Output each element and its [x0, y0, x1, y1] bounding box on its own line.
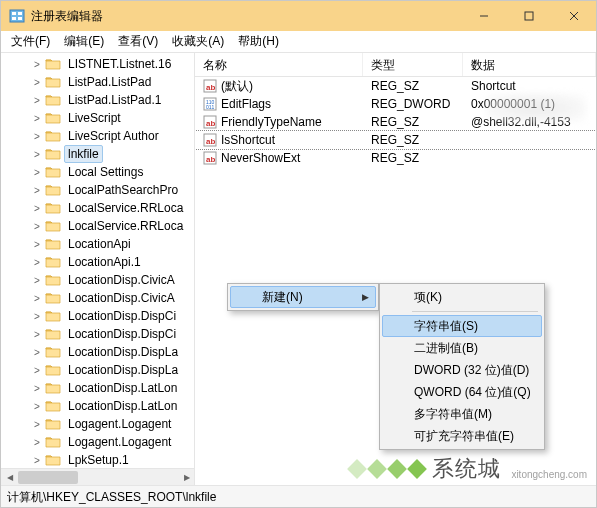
- tree-item[interactable]: >LocalPathSearchPro: [9, 181, 194, 199]
- tree-item[interactable]: >LISTNET.Listnet.16: [9, 55, 194, 73]
- tree-item[interactable]: >LocationDisp.DispLa: [9, 361, 194, 379]
- header-data[interactable]: 数据: [463, 53, 596, 76]
- tree-item[interactable]: >LocationDisp.DispCi: [9, 325, 194, 343]
- registry-editor-window: 注册表编辑器 文件(F) 编辑(E) 查看(V) 收藏夹(A) 帮助(H) >L…: [0, 0, 597, 508]
- expand-toggle[interactable]: >: [31, 365, 43, 376]
- expand-toggle[interactable]: >: [31, 203, 43, 214]
- menu-item[interactable]: QWORD (64 位)值(Q): [382, 381, 542, 403]
- expand-toggle[interactable]: >: [31, 185, 43, 196]
- menu-item[interactable]: 二进制值(B): [382, 337, 542, 359]
- content-area: >LISTNET.Listnet.16>ListPad.ListPad>List…: [1, 53, 596, 485]
- close-button[interactable]: [551, 1, 596, 31]
- svg-rect-0: [10, 10, 24, 22]
- folder-icon: [45, 363, 61, 377]
- menu-item[interactable]: 多字符串值(M): [382, 403, 542, 425]
- folder-icon: [45, 57, 61, 71]
- titlebar[interactable]: 注册表编辑器: [1, 1, 596, 31]
- expand-toggle[interactable]: >: [31, 95, 43, 106]
- tree-item[interactable]: >ListPad.ListPad: [9, 73, 194, 91]
- scroll-right-arrow[interactable]: ▶: [178, 469, 195, 485]
- expand-toggle[interactable]: >: [31, 437, 43, 448]
- menu-file[interactable]: 文件(F): [5, 31, 56, 52]
- tree-item[interactable]: >LocationDisp.DispLa: [9, 343, 194, 361]
- cell-data: Shortcut: [463, 78, 596, 94]
- menu-view[interactable]: 查看(V): [112, 31, 164, 52]
- folder-icon: [45, 75, 61, 89]
- menubar: 文件(F) 编辑(E) 查看(V) 收藏夹(A) 帮助(H): [1, 31, 596, 53]
- header-name[interactable]: 名称: [195, 53, 363, 76]
- expand-toggle[interactable]: >: [31, 419, 43, 430]
- expand-toggle[interactable]: >: [31, 401, 43, 412]
- tree-item[interactable]: >LocationDisp.CivicA: [9, 271, 194, 289]
- tree-item[interactable]: >LiveScript Author: [9, 127, 194, 145]
- folder-icon: [45, 165, 61, 179]
- list-row[interactable]: abIsShortcutREG_SZ: [195, 131, 596, 149]
- menu-item[interactable]: DWORD (32 位)值(D): [382, 359, 542, 381]
- tree-item[interactable]: >LocationDisp.LatLon: [9, 379, 194, 397]
- tree-item[interactable]: >Logagent.Logagent: [9, 415, 194, 433]
- tree-item[interactable]: >ListPad.ListPad.1: [9, 91, 194, 109]
- menu-item[interactable]: 项(K): [382, 286, 542, 308]
- folder-icon: [45, 291, 61, 305]
- expand-toggle[interactable]: >: [31, 311, 43, 322]
- minimize-button[interactable]: [461, 1, 506, 31]
- tree-item[interactable]: >LocalService.RRLoca: [9, 199, 194, 217]
- scroll-left-arrow[interactable]: ◀: [1, 469, 18, 485]
- tree-item[interactable]: >LpkSetup.1: [9, 451, 194, 469]
- expand-toggle[interactable]: >: [31, 149, 43, 160]
- tree-item[interactable]: >LocationApi.1: [9, 253, 194, 271]
- expand-toggle[interactable]: >: [31, 239, 43, 250]
- tree-item[interactable]: >LocationDisp.CivicA: [9, 289, 194, 307]
- folder-icon: [45, 435, 61, 449]
- tree-item[interactable]: >LocationDisp.DispCi: [9, 307, 194, 325]
- tree-item[interactable]: >lnkfile: [9, 145, 194, 163]
- tree-item-label: Logagent.Logagent: [64, 433, 175, 451]
- cell-type: REG_SZ: [363, 132, 463, 148]
- scroll-thumb[interactable]: [18, 471, 78, 484]
- folder-icon: [45, 273, 61, 287]
- cell-name: ab(默认): [195, 77, 363, 96]
- menu-item[interactable]: 字符串值(S): [382, 315, 542, 337]
- expand-toggle[interactable]: >: [31, 59, 43, 70]
- expand-toggle[interactable]: >: [31, 455, 43, 466]
- expand-toggle[interactable]: >: [31, 131, 43, 142]
- expand-toggle[interactable]: >: [31, 293, 43, 304]
- expand-toggle[interactable]: >: [31, 167, 43, 178]
- tree-item-label: LocalService.RRLoca: [64, 199, 187, 217]
- expand-toggle[interactable]: >: [31, 275, 43, 286]
- folder-icon: [45, 417, 61, 431]
- expand-toggle[interactable]: >: [31, 329, 43, 340]
- tree-item[interactable]: >Logagent.Logagent: [9, 433, 194, 451]
- tree-item[interactable]: >LiveScript: [9, 109, 194, 127]
- expand-toggle[interactable]: >: [31, 113, 43, 124]
- expand-toggle[interactable]: >: [31, 221, 43, 232]
- cell-type: REG_SZ: [363, 114, 463, 130]
- tree-item[interactable]: >LocationApi: [9, 235, 194, 253]
- window-title: 注册表编辑器: [31, 8, 461, 25]
- header-type[interactable]: 类型: [363, 53, 463, 76]
- expand-toggle[interactable]: >: [31, 257, 43, 268]
- tree-item[interactable]: >LocationDisp.LatLon: [9, 397, 194, 415]
- list-row[interactable]: abNeverShowExtREG_SZ: [195, 149, 596, 167]
- menu-favorites[interactable]: 收藏夹(A): [166, 31, 230, 52]
- expand-toggle[interactable]: >: [31, 383, 43, 394]
- menu-item[interactable]: 新建(N)▶: [230, 286, 376, 308]
- menu-edit[interactable]: 编辑(E): [58, 31, 110, 52]
- expand-toggle[interactable]: >: [31, 77, 43, 88]
- cell-data: [463, 139, 596, 141]
- cell-type: REG_SZ: [363, 150, 463, 166]
- tree-pane[interactable]: >LISTNET.Listnet.16>ListPad.ListPad>List…: [1, 53, 195, 485]
- tree-item-label: LiveScript: [64, 109, 125, 127]
- tree-item[interactable]: >Local Settings: [9, 163, 194, 181]
- menu-item[interactable]: 可扩充字符串值(E): [382, 425, 542, 447]
- folder-icon: [45, 327, 61, 341]
- svg-text:ab: ab: [206, 119, 215, 128]
- menu-help[interactable]: 帮助(H): [232, 31, 285, 52]
- folder-icon: [45, 237, 61, 251]
- tree-horizontal-scrollbar[interactable]: ◀ ▶: [1, 468, 195, 485]
- expand-toggle[interactable]: >: [31, 347, 43, 358]
- tree-item[interactable]: >LocalService.RRLoca: [9, 217, 194, 235]
- maximize-button[interactable]: [506, 1, 551, 31]
- folder-icon: [45, 453, 61, 467]
- window-controls: [461, 1, 596, 31]
